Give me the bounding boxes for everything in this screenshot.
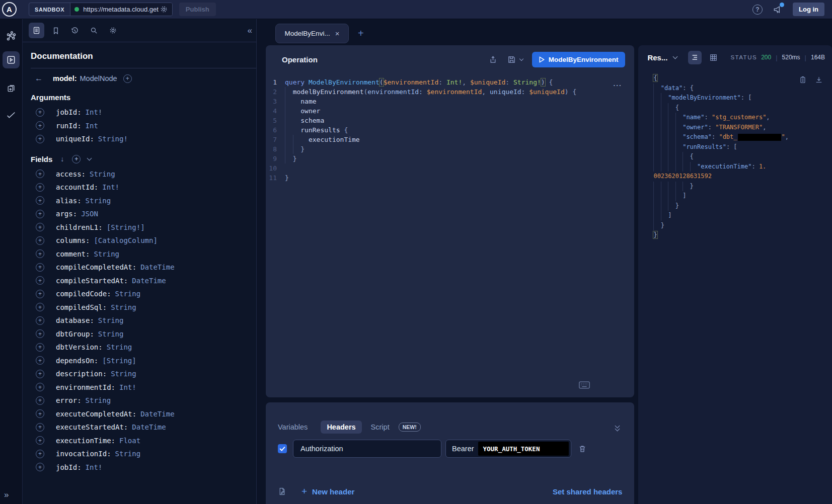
schema-field-row[interactable]: +dbtVersion:String [31,341,256,354]
field-name[interactable]: compileCompletedAt: [56,263,136,271]
field-name[interactable]: compiledCode: [56,290,111,298]
add-to-query-icon[interactable]: + [36,249,44,258]
close-tab-icon[interactable]: × [335,29,340,38]
add-all-fields-icon[interactable]: + [72,155,81,163]
schema-field-row[interactable]: +accountId:Int! [31,181,256,194]
new-header-button[interactable]: + New header [301,486,354,497]
schema-field-row[interactable]: +jobId:Int! [31,461,256,474]
field-name[interactable]: comment: [56,250,90,258]
add-to-query-icon[interactable]: + [36,108,44,117]
field-name[interactable]: error: [56,396,82,404]
set-shared-headers-link[interactable]: Set shared headers [553,487,622,496]
code-line[interactable]: 1query ModelByEnvironment($environmentId… [266,77,634,87]
help-icon[interactable]: ? [752,5,763,15]
code-line[interactable]: 11} [266,173,634,183]
schema-field-row[interactable]: +invocationId:String [31,447,256,461]
add-to-query-icon[interactable]: + [36,135,44,143]
schema-field-row[interactable]: +access:String [31,167,256,181]
explorer-icon[interactable] [3,51,20,68]
collapse-docs-icon[interactable]: « [248,26,252,36]
field-type[interactable]: Int! [102,183,119,191]
field-type[interactable]: String [90,170,115,178]
argument-row[interactable]: +jobId:Int! [31,106,256,119]
schema-field-row[interactable]: +executionTime:Float [31,434,256,448]
field-name[interactable]: executeCompletedAt: [56,410,136,418]
add-type-icon[interactable]: + [123,74,132,83]
field-type[interactable]: [String!] [107,223,145,231]
response-dropdown-chevron-icon[interactable] [673,54,678,59]
field-type[interactable]: Int! [86,463,103,471]
field-name[interactable]: access: [56,170,86,178]
schema-field-row[interactable]: +environmentId:Int! [31,381,256,394]
schema-field-row[interactable]: +description:String [31,367,256,381]
add-to-query-icon[interactable]: + [36,463,44,471]
field-name[interactable]: columns: [56,236,90,244]
header-value-input[interactable]: Bearer YOUR_AUTH_TOKEN [445,440,571,458]
auth-token-value[interactable]: YOUR_AUTH_TOKEN [478,442,569,456]
model-type[interactable]: ModelNode [80,74,117,82]
endpoint-url-box[interactable]: https://metadata.cloud.get [70,3,172,16]
add-to-query-icon[interactable]: + [36,329,44,338]
response-body[interactable]: {"data": {"modelByEnvironment": [{"name"… [638,69,832,240]
field-type[interactable]: String [111,370,136,378]
endpoint-url[interactable]: https://metadata.cloud.get [83,6,159,13]
field-name[interactable]: dependsOn: [56,357,98,365]
field-type[interactable]: String! [98,135,128,143]
field-type[interactable]: String [98,316,124,324]
history-icon[interactable] [67,23,83,38]
back-arrow-icon[interactable]: ← [35,74,43,83]
field-type[interactable]: String [107,343,132,351]
field-type[interactable]: Int! [86,108,103,116]
add-to-query-icon[interactable]: + [36,170,44,178]
add-to-query-icon[interactable]: + [36,423,44,432]
collapse-panel-icon[interactable] [616,424,619,430]
field-name[interactable]: compiledSql: [56,303,107,311]
field-name[interactable]: description: [56,370,107,378]
add-to-query-icon[interactable]: + [36,450,44,458]
schema-field-row[interactable]: +compiledSql:String [31,301,256,314]
table-view-icon[interactable] [707,51,720,64]
field-type[interactable]: JSON [81,210,98,218]
schema-field-row[interactable]: +args:JSON [31,207,256,221]
field-type[interactable]: [String] [102,357,136,365]
field-type[interactable]: String [86,197,111,205]
schema-field-row[interactable]: +dbtGroup:String [31,327,256,341]
field-type[interactable]: Int! [119,383,136,391]
save-menu-chevron-icon[interactable] [519,56,523,60]
field-name[interactable]: environmentId: [56,383,115,391]
field-name[interactable]: alias: [56,197,82,205]
add-to-query-icon[interactable]: + [36,396,44,405]
add-to-query-icon[interactable]: + [36,276,44,285]
code-line[interactable]: 7 executionTime [266,135,634,144]
add-to-query-icon[interactable]: + [36,263,44,272]
add-to-query-icon[interactable]: + [36,210,44,218]
add-to-query-icon[interactable]: + [36,370,44,378]
delete-header-icon[interactable] [578,445,586,453]
code-line[interactable]: 5 schema [266,116,634,125]
field-type[interactable]: String [115,290,141,298]
collections-icon[interactable] [3,79,20,97]
query-editor[interactable]: 1query ModelByEnvironment($environmentId… [266,73,634,183]
code-line[interactable]: 6 runResults { [266,125,634,135]
search-icon[interactable] [86,23,102,38]
announcements-icon[interactable] [773,5,783,15]
schema-field-row[interactable]: +compiledCode:String [31,287,256,301]
header-enabled-checkbox[interactable] [278,444,287,453]
field-type[interactable]: String [86,396,111,404]
field-type[interactable]: DateTime [140,410,174,418]
schema-field-row[interactable]: +compileStartedAt:DateTime [31,274,256,288]
field-type[interactable]: String [115,450,141,458]
add-to-query-icon[interactable]: + [36,303,44,311]
tab-variables[interactable]: Variables [278,423,308,431]
argument-row[interactable]: +runId:Int [31,119,256,133]
code-line[interactable]: 3 name [266,97,634,106]
field-name[interactable]: runId: [56,122,82,130]
add-to-query-icon[interactable]: + [36,383,44,391]
field-type[interactable]: DateTime [132,423,166,431]
schema-field-row[interactable]: +compileCompletedAt:DateTime [31,261,256,274]
field-type[interactable]: String [98,330,124,338]
field-name[interactable]: accountId: [56,183,98,191]
documentation-tab-icon[interactable] [29,23,44,38]
tab-headers[interactable]: Headers [321,421,361,434]
copy-response-icon[interactable] [799,75,807,84]
